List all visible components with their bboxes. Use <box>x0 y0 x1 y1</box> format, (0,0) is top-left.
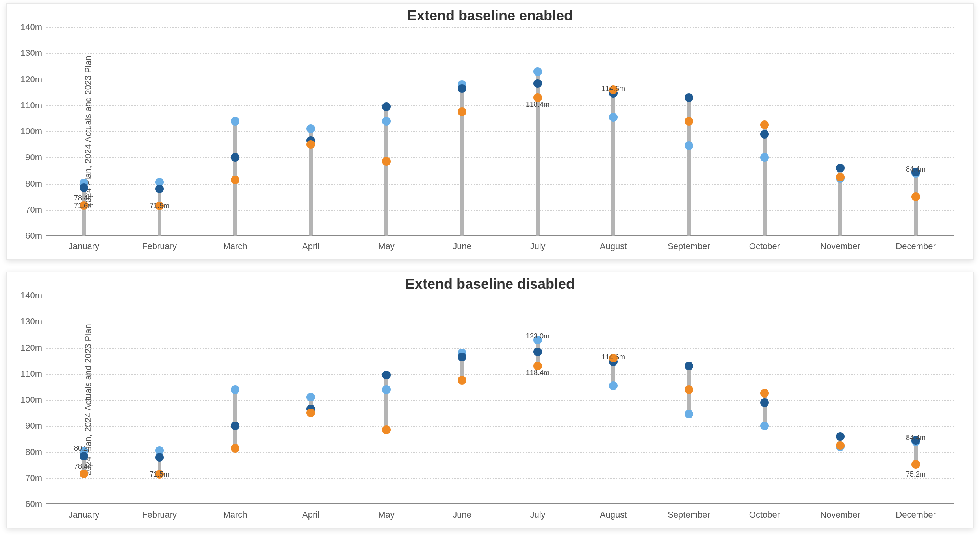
gridline <box>46 157 954 158</box>
data-point[interactable] <box>382 102 391 111</box>
data-point[interactable] <box>760 398 769 407</box>
data-point[interactable] <box>231 176 239 184</box>
x-tick-label: March <box>223 510 247 520</box>
data-point[interactable] <box>911 460 920 469</box>
y-tick-label: 120m <box>19 343 42 353</box>
data-point[interactable] <box>533 79 542 88</box>
data-point[interactable] <box>760 389 769 398</box>
data-point[interactable] <box>836 164 845 172</box>
stem <box>914 172 918 236</box>
gridline <box>46 296 954 296</box>
data-point[interactable] <box>382 371 391 379</box>
gridline <box>46 478 954 479</box>
data-point[interactable] <box>836 441 845 450</box>
data-point[interactable] <box>306 409 315 417</box>
x-axis-line <box>46 235 954 236</box>
data-point[interactable] <box>685 117 693 126</box>
data-point[interactable] <box>231 385 239 394</box>
data-point[interactable] <box>80 470 88 478</box>
y-tick-label: 100m <box>19 126 42 137</box>
data-label: 78.4m <box>74 462 94 471</box>
x-tick-label: March <box>223 241 247 251</box>
data-point[interactable] <box>382 385 391 394</box>
gridline <box>46 400 954 401</box>
x-tick-label: January <box>69 241 99 251</box>
data-label: 78.4m <box>74 194 94 202</box>
data-point[interactable] <box>155 453 164 462</box>
data-point[interactable] <box>306 393 315 401</box>
chart-panel: Extend baseline disabled2024 Plan, 2024 … <box>6 272 974 528</box>
stem <box>233 390 237 448</box>
data-point[interactable] <box>306 140 315 149</box>
y-tick-label: 140m <box>19 290 42 301</box>
x-tick-label: February <box>142 510 177 520</box>
x-tick-label: May <box>378 510 395 520</box>
data-point[interactable] <box>231 153 239 162</box>
data-label: 114.6m <box>601 353 625 361</box>
data-point[interactable] <box>458 353 466 361</box>
data-point[interactable] <box>306 124 315 133</box>
data-point[interactable] <box>685 385 693 394</box>
gridline <box>46 322 954 322</box>
gridline <box>46 210 954 211</box>
plot-area: 60m70m80m90m100m110m120m130m140mJanuaryF… <box>46 27 954 236</box>
gridline <box>46 184 954 185</box>
x-tick-label: May <box>378 241 395 251</box>
data-point[interactable] <box>155 185 164 193</box>
data-point[interactable] <box>760 120 769 129</box>
data-point[interactable] <box>760 422 769 430</box>
data-label: 118.4m <box>526 100 549 109</box>
data-point[interactable] <box>231 444 239 453</box>
y-tick-label: 130m <box>19 48 42 58</box>
data-point[interactable] <box>382 425 391 434</box>
data-point[interactable] <box>80 452 88 460</box>
x-tick-label: August <box>600 510 627 520</box>
data-point[interactable] <box>231 117 239 126</box>
data-point[interactable] <box>760 130 769 139</box>
data-point[interactable] <box>609 113 618 122</box>
data-point[interactable] <box>533 67 542 76</box>
data-label: 118.4m <box>526 369 549 377</box>
x-tick-label: July <box>530 510 545 520</box>
x-axis-line <box>46 503 954 504</box>
gridline <box>46 374 954 375</box>
y-tick-label: 110m <box>19 369 42 379</box>
data-point[interactable] <box>685 93 693 102</box>
data-point[interactable] <box>533 348 542 356</box>
x-tick-label: November <box>820 241 860 251</box>
x-tick-label: April <box>302 510 319 520</box>
stem <box>384 107 388 236</box>
stem <box>763 125 767 236</box>
y-tick-label: 100m <box>19 395 42 405</box>
gridline <box>46 53 954 54</box>
data-label: 71.6m <box>74 202 94 210</box>
data-label: 114.6m <box>601 85 625 93</box>
x-tick-label: October <box>749 241 780 251</box>
data-point[interactable] <box>382 157 391 166</box>
data-point[interactable] <box>458 107 466 116</box>
data-point[interactable] <box>685 410 693 418</box>
x-tick-label: February <box>142 241 177 251</box>
data-point[interactable] <box>458 84 466 93</box>
data-point[interactable] <box>382 117 391 126</box>
x-tick-label: November <box>820 510 860 520</box>
y-tick-label: 70m <box>19 205 42 215</box>
data-point[interactable] <box>760 153 769 162</box>
data-point[interactable] <box>80 183 88 192</box>
x-tick-label: June <box>453 241 471 251</box>
y-tick-label: 60m <box>19 231 42 241</box>
data-point[interactable] <box>836 432 845 441</box>
data-point[interactable] <box>685 141 693 150</box>
data-point[interactable] <box>609 381 618 390</box>
data-label: 80.2m <box>74 444 94 453</box>
y-tick-label: 130m <box>19 316 42 327</box>
data-point[interactable] <box>458 376 466 385</box>
plot-area: 60m70m80m90m100m110m120m130m140mJanuaryF… <box>46 296 954 504</box>
data-point[interactable] <box>685 362 693 370</box>
data-label: 84.4m <box>906 434 926 442</box>
data-point[interactable] <box>836 173 845 181</box>
data-point[interactable] <box>231 422 239 430</box>
gridline <box>46 426 954 427</box>
x-tick-label: July <box>530 241 545 251</box>
data-point[interactable] <box>911 192 920 201</box>
